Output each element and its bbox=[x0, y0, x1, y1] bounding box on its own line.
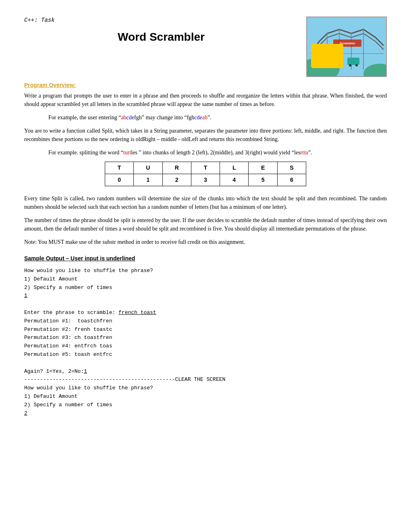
svg-point-10 bbox=[338, 63, 342, 66]
table-cell: E bbox=[249, 162, 277, 174]
carnival-image: Scrambler bbox=[306, 17, 387, 77]
paragraph-3: You are to write a function called Split… bbox=[24, 127, 387, 143]
table-cell: T bbox=[105, 162, 134, 174]
table-cell: S bbox=[277, 162, 306, 174]
svg-rect-7 bbox=[329, 56, 343, 64]
svg-point-12 bbox=[349, 64, 351, 66]
paragraph-7: Note: You MUST make use of the substr me… bbox=[24, 238, 387, 246]
table-cell: L bbox=[220, 162, 249, 174]
table-cell: U bbox=[134, 162, 162, 174]
svg-point-13 bbox=[355, 64, 358, 66]
scramble-table: T U R T L E S 0 1 2 3 4 5 6 bbox=[105, 162, 306, 186]
table-row-numbers: 0 1 2 3 4 5 6 bbox=[105, 174, 306, 186]
sample-output-label: Sample Output – User input is underlined bbox=[24, 254, 387, 263]
table-cell: 4 bbox=[220, 174, 249, 186]
svg-rect-8 bbox=[330, 57, 336, 61]
svg-point-1 bbox=[307, 58, 339, 77]
svg-rect-11 bbox=[347, 58, 359, 65]
table-cell: R bbox=[162, 162, 191, 174]
code-block: How would you like to shuffle the phrase… bbox=[24, 267, 387, 418]
table-cell: 2 bbox=[162, 174, 191, 186]
paragraph-4: For example. splitting the word “turtles… bbox=[48, 148, 387, 157]
table-cell: 1 bbox=[134, 174, 162, 186]
table-cell: 3 bbox=[191, 174, 220, 186]
paragraph-2: For example, the user entering “abcdefgh… bbox=[48, 113, 387, 122]
svg-text:Scrambler: Scrambler bbox=[339, 42, 355, 45]
table-cell: 0 bbox=[105, 174, 134, 186]
table-row-letters: T U R T L E S bbox=[105, 162, 306, 174]
program-overview-label: Program Overview: bbox=[24, 81, 387, 89]
paragraph-5: Every time Split is called, two random n… bbox=[24, 194, 387, 211]
paragraph-1: Write a program that prompts the user to… bbox=[24, 91, 387, 108]
page-title: Word Scrambler bbox=[24, 29, 298, 46]
paragraph-6: The number of times the phrase should be… bbox=[24, 216, 387, 233]
table-cell: 5 bbox=[249, 174, 277, 186]
svg-point-9 bbox=[331, 63, 334, 66]
table-cell: T bbox=[191, 162, 220, 174]
table-cell: 6 bbox=[277, 174, 306, 186]
